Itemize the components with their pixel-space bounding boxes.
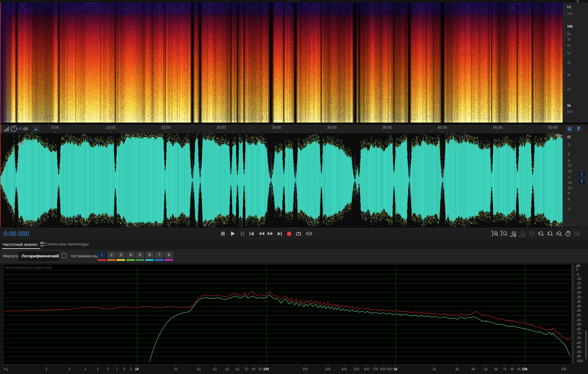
hold-color-bar bbox=[107, 259, 116, 261]
frequency-axis-tick bbox=[215, 365, 215, 366]
frequency-axis-label: 700 bbox=[373, 367, 378, 371]
snapping-magnet-button[interactable] bbox=[565, 125, 574, 133]
timer-button[interactable] bbox=[564, 230, 572, 238]
plot-db-ruler-ticks bbox=[572, 265, 574, 363]
tab-amplitude-statistics[interactable]: Статистика Амплитуды bbox=[45, 242, 89, 246]
frequency-axis-tick bbox=[505, 365, 505, 366]
channel-2-button[interactable]: 2 bbox=[578, 178, 585, 184]
frequency-axis-tick bbox=[434, 365, 435, 366]
channel-2-right-curve bbox=[150, 295, 570, 361]
skip-to-end-button[interactable] bbox=[275, 229, 284, 238]
hold-button-3[interactable]: 3 bbox=[116, 251, 126, 259]
hold-color-bar bbox=[145, 259, 154, 261]
spectrogram-canvas[interactable] bbox=[0, 3, 563, 123]
frequency-tick-label: 3k bbox=[567, 73, 571, 77]
clock-icon[interactable] bbox=[10, 125, 17, 132]
plot-db-label: -50 bbox=[576, 313, 581, 317]
zoom-in-horizontal-button[interactable]: + bbox=[509, 230, 518, 238]
hold-button-1[interactable]: 1 bbox=[97, 251, 106, 259]
plot-db-label: -85 bbox=[576, 345, 581, 349]
panel-drag-handle[interactable] bbox=[288, 1, 300, 2]
frequency-axis-label: 900 bbox=[387, 367, 392, 371]
zoom-in-vertical-button[interactable]: + bbox=[491, 230, 499, 238]
timeline-label: 50:00 bbox=[548, 125, 558, 130]
copy-graph-button[interactable] bbox=[61, 253, 66, 258]
frequency-tick-label: 10k bbox=[567, 24, 573, 28]
hold-color-bar bbox=[116, 259, 125, 261]
record-button[interactable] bbox=[285, 229, 293, 238]
hold-button-2[interactable]: 2 bbox=[107, 251, 116, 259]
analysis-controls: Масштаб: Логарифмический Остановка кадра… bbox=[0, 250, 588, 263]
pin-playhead-button[interactable] bbox=[33, 125, 40, 132]
hold-button-4[interactable]: 4 bbox=[126, 251, 135, 259]
add-marker-button[interactable] bbox=[574, 125, 582, 133]
frequency-axis-label: 6k bbox=[494, 367, 498, 371]
zoom-full-button[interactable]: + bbox=[573, 230, 581, 238]
plot-db-label: -25 bbox=[576, 291, 581, 294]
hold-button-8[interactable]: 8 bbox=[164, 251, 173, 259]
timeline-tick bbox=[166, 130, 166, 133]
tab-frequency-analysis[interactable]: Частотный анализ bbox=[3, 242, 44, 247]
timeline-label: 40:00 bbox=[438, 125, 447, 130]
hold-button-7[interactable]: 7 bbox=[155, 251, 164, 259]
frequency-plot-svg bbox=[3, 265, 571, 364]
tab-frequency-analysis-label: Частотный анализ bbox=[3, 242, 37, 247]
frequency-tick-label: 15k bbox=[567, 12, 573, 15]
zoom-out-horizontal-button[interactable]: - bbox=[518, 230, 527, 238]
scale-dropdown[interactable]: Логарифмический bbox=[18, 252, 58, 261]
skip-arrows-button[interactable] bbox=[305, 229, 313, 238]
transport-bar: 0:00.000 +-+--❬❭❬❭+ bbox=[0, 227, 588, 240]
waveform-db-label: -∞ bbox=[567, 175, 570, 179]
panel-menu-icon[interactable] bbox=[40, 242, 44, 246]
zoom-in-right-edge-button[interactable]: ❭ bbox=[545, 230, 554, 238]
skip-to-start-button[interactable] bbox=[247, 229, 256, 238]
gain-readout[interactable]: +0dB bbox=[17, 126, 28, 131]
rewind-button[interactable] bbox=[257, 229, 266, 238]
fast-forward-button[interactable] bbox=[266, 229, 275, 238]
fade-out-handle[interactable] bbox=[554, 134, 561, 139]
spectrogram-frequency-ruler[interactable]: Hz 15k10k8k7k6k5k4k3k2k1k500 bbox=[563, 3, 588, 123]
frequency-axis-label: 90 bbox=[258, 367, 262, 371]
frequency-axis: Гц 2345678910203040506070809010020030040… bbox=[0, 365, 588, 374]
playhead[interactable] bbox=[0, 3, 1, 227]
panel-menu-caret-icon[interactable] bbox=[576, 1, 579, 2]
channel-1-button[interactable]: 1 bbox=[578, 171, 585, 177]
timeline-ruler[interactable]: +0dB 5:0010:0015:0020:0025:0030:0035:004… bbox=[0, 124, 588, 134]
zoom-selection-button[interactable]: ❬❭ bbox=[554, 230, 563, 238]
toolbar-grip[interactable] bbox=[0, 125, 3, 133]
svg-text:+: + bbox=[576, 232, 578, 235]
frequency-plot[interactable]: Анализированное выделение bbox=[3, 264, 572, 364]
frequency-tick-label: 500 bbox=[567, 110, 573, 114]
frequency-axis-label: 30 bbox=[197, 367, 200, 371]
pause-button[interactable] bbox=[238, 229, 247, 238]
frequency-axis-label: 10k bbox=[522, 367, 528, 371]
frequency-unit-label: Hz bbox=[567, 5, 571, 9]
plot-db-label: -55 bbox=[576, 318, 581, 322]
zoom-in-left-edge-button[interactable]: ❬ bbox=[536, 230, 545, 238]
frequency-tick-label: 2k bbox=[567, 87, 571, 91]
zoom-out-vertical-button[interactable]: - bbox=[500, 230, 508, 238]
levels-icon[interactable] bbox=[4, 126, 9, 131]
plot-scrollbar-thumb[interactable] bbox=[585, 330, 587, 360]
waveform-db-label: -3 bbox=[567, 207, 570, 211]
play-button[interactable] bbox=[228, 229, 237, 238]
frequency-axis-tick bbox=[246, 365, 246, 366]
frequency-axis-label: 7k bbox=[503, 367, 507, 371]
frequency-axis-tick bbox=[395, 365, 396, 366]
frequency-axis-label: 8k bbox=[510, 367, 514, 371]
frequency-axis-label: 100 bbox=[263, 367, 269, 371]
plot-db-label: -75 bbox=[576, 336, 581, 340]
time-display[interactable]: 0:00.000 bbox=[4, 230, 29, 237]
waveform-editor[interactable]: dB -3-6-9-12-18-∞-18-12-9-6-3 1 2 bbox=[0, 133, 588, 227]
frequency-axis-tick bbox=[473, 365, 474, 366]
stop-button[interactable] bbox=[219, 229, 227, 238]
waveform-canvas[interactable] bbox=[0, 133, 563, 227]
fade-in-handle[interactable] bbox=[16, 141, 24, 145]
hold-button-6[interactable]: 6 bbox=[145, 251, 154, 259]
panel-drag-handle[interactable] bbox=[288, 228, 300, 229]
svg-text:+: + bbox=[495, 232, 497, 235]
hold-button-5[interactable]: 5 bbox=[136, 251, 145, 259]
loop-playback-button[interactable] bbox=[294, 229, 303, 238]
waveform-db-ruler[interactable]: dB -3-6-9-12-18-∞-18-12-9-6-3 1 2 bbox=[563, 133, 588, 227]
zoom-reset-button[interactable]: - bbox=[527, 230, 536, 238]
